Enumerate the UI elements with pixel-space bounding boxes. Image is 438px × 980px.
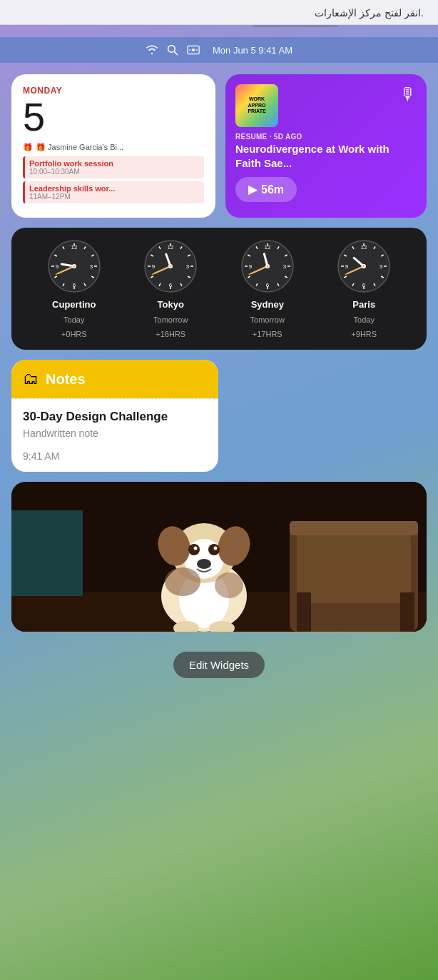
clock-hrs: +17HRS [253, 330, 282, 338]
notes-note-title: 30-Day Design Challenge [23, 409, 207, 425]
svg-rect-99 [297, 592, 311, 632]
svg-point-4 [189, 49, 190, 51]
dog-photo-widget [11, 482, 427, 632]
clock-day: Tomorrow [153, 315, 188, 324]
clock-hrs: +9HRS [351, 330, 377, 338]
cal-event-2-title: Leadership skills wor... [29, 184, 200, 193]
podcast-duration: 56m [261, 183, 284, 196]
search-icon[interactable] [167, 44, 178, 56]
clock-item-sydney: 12 3 6 9 Sydney Tomorrow +17HRS [240, 239, 295, 338]
menu-bar: Mon Jun 5 9:41 AM [0, 37, 438, 63]
svg-text:6: 6 [169, 282, 173, 288]
clock-city: Cupertino [52, 299, 96, 310]
svg-text:12: 12 [361, 244, 367, 251]
svg-point-49 [170, 266, 172, 268]
notes-header: 🗂 Notes [11, 360, 218, 398]
svg-rect-97 [297, 532, 411, 603]
cal-event-2-time: 11AM–12PM [29, 193, 200, 201]
podcast-art: WORKAPPROPRIATE [235, 84, 278, 127]
analog-clock-sydney: 12 3 6 9 [240, 239, 295, 293]
svg-point-114 [215, 572, 243, 598]
clock-city: Tokyo [158, 299, 184, 310]
row-top: MONDAY 5 🎁 🎁 Jasmine Garcia's Bi... Port… [11, 74, 427, 218]
svg-point-5 [196, 49, 198, 51]
analog-clock-cupertino: 12 3 6 9 [47, 239, 101, 293]
widgets-area: MONDAY 5 🎁 🎁 Jasmine Garcia's Bi... Port… [0, 63, 438, 689]
svg-point-110 [194, 547, 198, 550]
svg-text:12: 12 [168, 244, 174, 251]
svg-text:9: 9 [56, 263, 59, 270]
clock-day: Today [63, 315, 84, 324]
svg-point-111 [214, 547, 218, 550]
svg-text:9: 9 [345, 263, 349, 270]
podcast-title: Neurodivergence at Work with Faith Sae..… [235, 142, 417, 170]
menu-bar-datetime: Mon Jun 5 9:41 AM [213, 45, 292, 56]
cal-day-label: MONDAY [23, 86, 204, 96]
notes-note-time: 9:41 AM [23, 450, 207, 462]
analog-clock-tokyo: 12 3 6 9 [143, 239, 198, 293]
analog-clock-paris: 12 3 6 9 [337, 239, 391, 293]
svg-point-112 [197, 559, 211, 569]
svg-line-1 [174, 51, 178, 55]
svg-text:9: 9 [249, 263, 253, 270]
svg-point-113 [165, 567, 200, 596]
svg-text:12: 12 [264, 244, 270, 251]
svg-text:3: 3 [283, 263, 287, 270]
cal-date-num: 5 [23, 97, 204, 137]
clock-day: Today [354, 315, 375, 324]
clock-widget[interactable]: 12 3 6 9 Cupertino Today +0HRS [11, 228, 427, 350]
svg-text:6: 6 [362, 282, 366, 288]
calendar-widget[interactable]: MONDAY 5 🎁 🎁 Jasmine Garcia's Bi... Port… [11, 74, 215, 218]
menu-bar-icons [146, 44, 200, 56]
cal-event-1-title: Portfolio work session [29, 159, 200, 168]
podcast-top: WORKAPPROPRIATE 🎙 [235, 84, 417, 127]
svg-point-27 [73, 266, 75, 268]
clock-item-cupertino: 12 3 6 9 Cupertino Today +0HRS [47, 239, 101, 338]
svg-rect-101 [11, 510, 83, 596]
cal-event-2: Leadership skills wor... 11AM–12PM [23, 181, 204, 203]
svg-text:3: 3 [186, 263, 190, 270]
svg-point-71 [266, 266, 268, 268]
clock-hrs: +16HRS [156, 330, 185, 338]
svg-text:12: 12 [71, 244, 77, 251]
clock-day: Tomorrow [250, 315, 285, 324]
notification-line [253, 26, 338, 26]
edit-widgets-button[interactable]: Edit Widgets [173, 652, 265, 678]
svg-text:9: 9 [152, 263, 156, 270]
svg-point-108 [188, 544, 200, 555]
podcast-widget[interactable]: WORKAPPROPRIATE 🎙 RESUME · 5D AGO Neurod… [225, 74, 427, 218]
svg-point-93 [363, 266, 365, 268]
dog-scene-svg [11, 482, 427, 632]
svg-rect-100 [400, 592, 414, 632]
notes-note-sub: Handwritten note [23, 428, 207, 439]
play-icon: ▶ [248, 183, 257, 196]
svg-point-109 [208, 544, 220, 555]
podcast-meta: RESUME · 5D AGO [235, 133, 417, 141]
clock-item-paris: 12 3 6 9 Paris Today +9HRS [337, 239, 391, 338]
cal-birthday-event: 🎁 🎁 Jasmine Garcia's Bi... [23, 143, 204, 152]
podcast-play-button[interactable]: ▶ 56m [235, 177, 297, 202]
notes-widget[interactable]: 🗂 Notes 30-Day Design Challenge Handwrit… [11, 360, 218, 472]
birthday-icon: 🎁 [23, 143, 33, 152]
notification-text: انقر لفتح مركز الإشعارات. [315, 7, 424, 19]
cal-event-1: Portfolio work session 10:00–10:30AM [23, 156, 204, 178]
svg-text:3: 3 [90, 263, 93, 270]
wifi-icon[interactable] [146, 45, 158, 55]
notification-banner[interactable]: انقر لفتح مركز الإشعارات. [0, 0, 438, 25]
podcast-mic-icon: 🎙 [399, 84, 417, 104]
clock-city: Sydney [251, 299, 284, 310]
svg-point-3 [192, 49, 195, 51]
svg-text:3: 3 [380, 263, 383, 270]
svg-text:6: 6 [266, 282, 270, 288]
svg-text:6: 6 [73, 282, 76, 288]
notes-title: Notes [46, 371, 86, 388]
svg-rect-98 [290, 521, 418, 535]
svg-point-0 [168, 46, 175, 53]
cal-event-1-time: 10:00–10:30AM [29, 168, 200, 176]
clock-city: Paris [352, 299, 375, 310]
clock-hrs: +0HRS [61, 330, 87, 338]
screen-icon[interactable] [187, 45, 200, 55]
notes-folder-icon: 🗂 [23, 370, 39, 388]
clock-item-tokyo: 12 3 6 9 Tokyo Tomorrow +16HRS [143, 239, 198, 338]
notes-content: 30-Day Design Challenge Handwritten note… [11, 398, 218, 472]
